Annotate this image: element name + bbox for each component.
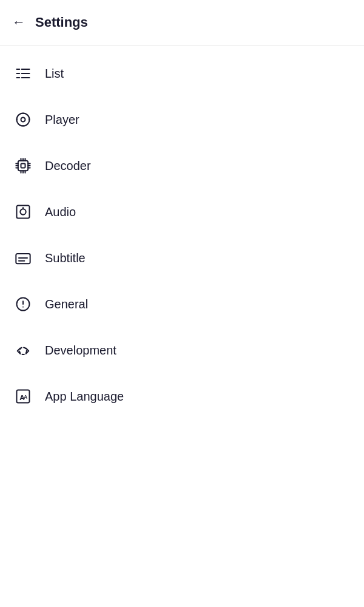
back-arrow-icon: ← [12, 15, 25, 30]
header: ← Settings [0, 0, 364, 46]
menu-label-decoder: Decoder [45, 159, 91, 173]
menu-item-decoder[interactable]: Decoder [0, 143, 364, 189]
menu-item-audio[interactable]: Audio [0, 189, 364, 235]
general-icon [12, 293, 34, 315]
decoder-icon [12, 155, 34, 177]
menu-item-list[interactable]: List [0, 50, 364, 97]
subtitle-icon [12, 247, 34, 269]
audio-icon [12, 201, 34, 223]
svg-rect-29 [16, 254, 30, 263]
svg-text:A: A [24, 395, 27, 400]
app-language-icon: A A [12, 385, 34, 407]
menu-item-development[interactable]: Development [0, 327, 364, 373]
menu-item-general[interactable]: General [0, 281, 364, 327]
svg-rect-12 [18, 161, 28, 171]
back-button[interactable]: ← [10, 12, 28, 33]
svg-point-34 [22, 307, 24, 308]
development-icon [12, 339, 34, 361]
menu-label-list: List [45, 67, 64, 81]
menu-item-player[interactable]: Player [0, 97, 364, 143]
menu-label-development: Development [45, 344, 116, 358]
menu-label-subtitle: Subtitle [45, 251, 86, 265]
settings-menu: List Player [0, 46, 364, 424]
svg-rect-13 [21, 164, 25, 168]
svg-point-27 [20, 209, 25, 214]
menu-label-app-language: App Language [45, 390, 124, 404]
page-title: Settings [35, 15, 88, 30]
menu-label-general: General [45, 297, 88, 311]
menu-item-subtitle[interactable]: Subtitle [0, 235, 364, 281]
list-icon [12, 63, 34, 84]
player-icon [12, 109, 34, 131]
menu-label-player: Player [45, 113, 79, 127]
menu-item-app-language[interactable]: A A App Language [0, 373, 364, 419]
menu-label-audio: Audio [45, 205, 76, 219]
